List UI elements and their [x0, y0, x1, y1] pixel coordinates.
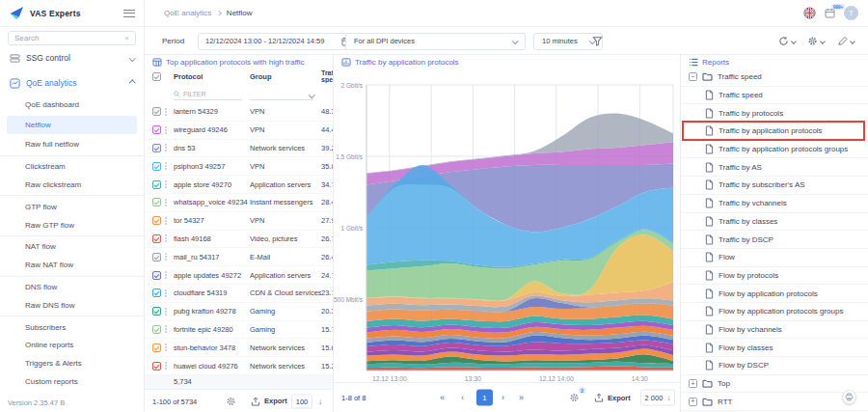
- series-checkbox[interactable]: [152, 362, 161, 371]
- breadcrumb-section[interactable]: QoE analytics: [164, 9, 211, 17]
- expand-icon[interactable]: +: [689, 398, 697, 406]
- sidebar-item-raw-full-netflow[interactable]: Raw full netflow: [0, 136, 144, 154]
- clear-search-icon[interactable]: ×: [124, 34, 129, 42]
- report-item-flow-by-dscp[interactable]: Flow by DSCP: [681, 357, 868, 375]
- table-row[interactable]: wireguard 49246VPN44.4: [145, 122, 333, 140]
- report-item-traffic-by-dscp[interactable]: Traffic by DSCP: [681, 231, 868, 249]
- series-checkbox[interactable]: [152, 198, 161, 206]
- chart-export-button[interactable]: Export: [594, 393, 631, 402]
- drag-handle-icon[interactable]: [165, 165, 167, 167]
- sidebar-item-raw-clickstream[interactable]: Raw clickstream: [0, 176, 144, 194]
- table-row[interactable]: whatsapp_voice 49234Instant messengers28…: [145, 194, 333, 212]
- column-header-protocol[interactable]: Protocol: [174, 72, 250, 81]
- sidebar-item-triggers-alerts[interactable]: Triggers & Alerts: [0, 354, 144, 372]
- column-header-speed[interactable]: Traffic speed: [321, 69, 333, 83]
- settings-button[interactable]: [807, 36, 825, 46]
- drag-handle-icon[interactable]: [165, 183, 167, 185]
- avatar[interactable]: T: [844, 6, 858, 20]
- table-page-size-select[interactable]: 100: [291, 394, 312, 408]
- sidebar-item-clickstream[interactable]: Clickstream: [0, 157, 144, 176]
- sidebar-item-dns-flow[interactable]: DNS flow: [0, 278, 144, 296]
- table-page-size-arrow-icon[interactable]: ↓: [318, 397, 322, 405]
- table-row[interactable]: apple updates 49272Application servers24…: [145, 266, 333, 285]
- sidebar-item-custom-reports[interactable]: Custom reports: [0, 372, 144, 391]
- table-row[interactable]: tor 54327VPN27.9: [145, 212, 333, 231]
- sidebar-item-gtp-flow[interactable]: GTP flow: [0, 198, 144, 216]
- report-item-traffic-speed[interactable]: −Traffic speed: [681, 69, 868, 87]
- pagination-current-page[interactable]: 1: [476, 390, 493, 406]
- drag-handle-icon[interactable]: [165, 292, 167, 294]
- language-flag-icon[interactable]: [803, 7, 816, 19]
- report-item-flow[interactable]: Flow: [681, 249, 868, 267]
- report-item-rtt[interactable]: +RTT: [681, 393, 868, 411]
- series-checkbox[interactable]: [152, 288, 161, 297]
- chart-settings-gear-icon[interactable]: [569, 393, 580, 403]
- report-item-traffic-by-protocols[interactable]: Traffic by protocols: [681, 104, 868, 123]
- table-export-button[interactable]: Export: [251, 397, 287, 406]
- series-checkbox[interactable]: [152, 271, 161, 280]
- drag-handle-icon[interactable]: [165, 365, 167, 367]
- sidebar-item-qoe-dashboard[interactable]: QoE dashboard: [0, 96, 144, 114]
- drag-handle-icon[interactable]: [165, 328, 167, 330]
- drag-handle-icon[interactable]: [165, 256, 167, 258]
- series-checkbox[interactable]: [152, 144, 161, 152]
- report-item-traffic-speed[interactable]: Traffic speed: [681, 87, 868, 105]
- drag-handle-icon[interactable]: [165, 237, 167, 239]
- series-checkbox[interactable]: [152, 216, 161, 225]
- hamburger-menu-icon[interactable]: [123, 10, 135, 17]
- series-checkbox[interactable]: [152, 180, 161, 189]
- drag-handle-icon[interactable]: [165, 202, 167, 204]
- series-checkbox[interactable]: [152, 307, 161, 316]
- sidebar-item-raw-gtp-flow[interactable]: Raw GTP flow: [0, 216, 144, 234]
- pagination-next-button[interactable]: ›: [502, 393, 504, 402]
- sidebar-item-netflow[interactable]: Netflow: [7, 116, 137, 134]
- sidebar-item-subscribers[interactable]: Subscribers: [0, 318, 144, 337]
- search-input[interactable]: [14, 34, 124, 42]
- expand-icon[interactable]: +: [689, 379, 697, 388]
- sidebar-item-raw-nat-flow[interactable]: Raw NAT flow: [0, 256, 144, 274]
- collapse-icon[interactable]: −: [689, 72, 697, 81]
- table-row[interactable]: cloudflare 54319CDN & Cloud services23.7: [145, 285, 333, 303]
- group-filter-select[interactable]: [250, 88, 313, 100]
- report-item-top[interactable]: +Top: [681, 375, 868, 394]
- table-row[interactable]: stun-behavior 3478Network services15.6: [145, 339, 333, 357]
- drag-handle-icon[interactable]: [165, 111, 167, 113]
- table-row[interactable]: dns 53Network services39.2: [145, 140, 333, 158]
- dpi-device-select[interactable]: For all DPI devices: [345, 33, 526, 50]
- table-row[interactable]: mail_ru 54317E-Mail26.4: [145, 248, 333, 266]
- report-item-traffic-by-as[interactable]: Traffic by AS: [681, 158, 868, 177]
- report-item-traffic-by-application-protocols[interactable]: Traffic by application protocols: [681, 123, 868, 141]
- series-checkbox[interactable]: [152, 162, 161, 171]
- table-row[interactable]: lantern 54329VPN48.3: [145, 103, 333, 122]
- table-row[interactable]: fortnite epic 49280Gaming15.7: [145, 321, 333, 340]
- drag-handle-icon[interactable]: [165, 220, 167, 222]
- pagination-prev-button[interactable]: ‹: [461, 393, 464, 402]
- report-item-flow-by-application-protocols-groups[interactable]: Flow by application protocols groups: [681, 303, 868, 321]
- sidebar-item-raw-dns-flow[interactable]: Raw DNS flow: [0, 296, 144, 315]
- table-row[interactable]: huawei cloud 49276Network services15.2: [145, 357, 333, 375]
- drag-handle-icon[interactable]: [165, 311, 167, 313]
- nav-section-ssg-control[interactable]: SSG control: [0, 45, 144, 70]
- drag-handle-icon[interactable]: [165, 274, 167, 276]
- sidebar-item-online-reports[interactable]: Online reports: [0, 337, 144, 355]
- select-all-checkbox[interactable]: [152, 72, 161, 81]
- notifications-icon[interactable]: 999+: [825, 8, 835, 18]
- drag-handle-icon[interactable]: [165, 346, 167, 348]
- series-checkbox[interactable]: [152, 343, 161, 352]
- series-checkbox[interactable]: [152, 234, 161, 243]
- report-item-traffic-by-vchannels[interactable]: Traffic by vchannels: [681, 195, 868, 213]
- period-range-input[interactable]: 12/12/2024 13:00 - 12/12/2024 14:59: [198, 33, 359, 50]
- series-checkbox[interactable]: [152, 253, 161, 261]
- table-row[interactable]: apple store 49270Application servers34.7: [145, 176, 333, 194]
- drag-handle-icon[interactable]: [165, 129, 167, 131]
- drag-handle-icon[interactable]: [165, 147, 167, 149]
- series-checkbox[interactable]: [152, 125, 161, 134]
- series-checkbox[interactable]: [152, 107, 161, 116]
- report-item-traffic-by-classes[interactable]: Traffic by classes: [681, 213, 868, 232]
- style-brush-button[interactable]: [837, 36, 854, 46]
- refresh-button[interactable]: [778, 36, 796, 46]
- table-row[interactable]: psiphon3 49257VPN35.8: [145, 157, 333, 176]
- report-item-flow-by-application-protocols[interactable]: Flow by application protocols: [681, 285, 868, 303]
- floating-print-button[interactable]: [842, 390, 856, 404]
- report-item-flow-by-vchannels[interactable]: Flow by vchannels: [681, 321, 868, 340]
